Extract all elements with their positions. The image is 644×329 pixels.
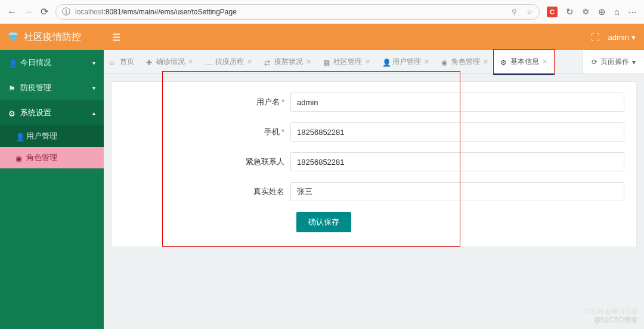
save-button[interactable]: 确认保存 bbox=[296, 212, 351, 232]
chevron-up-icon: ▴ bbox=[92, 110, 95, 116]
label-emergency: 紧急联系人 bbox=[112, 156, 290, 167]
favorites-bar-icon[interactable]: ✡ bbox=[582, 7, 590, 17]
user-icon: 👤 bbox=[16, 133, 23, 140]
close-icon[interactable]: ✕ bbox=[483, 58, 488, 66]
tab-0[interactable]: ⌂首页 bbox=[104, 50, 140, 73]
tab-7[interactable]: ⚙基本信息✕ bbox=[494, 50, 553, 73]
chevron-down-icon: ▾ bbox=[92, 60, 95, 66]
sidebar: 社区疫情防控 👤今日情况▾⚑防疫管理▾⚙系统设置▴👤用户管理◉角色管理 bbox=[0, 24, 104, 329]
close-icon[interactable]: ✕ bbox=[306, 58, 311, 66]
emergency-field[interactable] bbox=[290, 152, 624, 171]
chevron-down-icon: ▾ bbox=[631, 33, 636, 42]
sidebar-subitem-1[interactable]: ◉角色管理 bbox=[0, 147, 104, 168]
building-icon: ▦ bbox=[323, 59, 330, 66]
favorite-icon[interactable]: ☆ bbox=[527, 8, 533, 16]
watermark: @51CTO博客 bbox=[593, 315, 638, 325]
sidebar-menu: 👤今日情况▾⚑防疫管理▾⚙系统设置▴👤用户管理◉角色管理 bbox=[0, 50, 104, 329]
label-realname: 真实姓名 bbox=[112, 186, 290, 197]
gears-icon: ⚙ bbox=[500, 59, 507, 66]
form-panel: 用户名*手机*紧急联系人真实姓名确认保存 bbox=[111, 81, 637, 247]
username-field[interactable] bbox=[290, 93, 624, 112]
form-row-phone: 手机* bbox=[112, 122, 636, 142]
tab-1[interactable]: ✚确诊情况✕ bbox=[140, 50, 199, 73]
phone-field[interactable] bbox=[290, 122, 624, 142]
user-dropdown[interactable]: admin ▾ bbox=[608, 33, 636, 42]
app-title: 社区疫情防控 bbox=[24, 31, 81, 44]
content-area: 用户名*手机*紧急联系人真实姓名确认保存 bbox=[104, 74, 644, 254]
collections-icon[interactable]: ⊕ bbox=[598, 7, 606, 17]
url-text: localhost:8081/ems/main#/ems/user/toSett… bbox=[75, 8, 237, 16]
site-info-icon[interactable]: ⓘ bbox=[62, 7, 70, 17]
reader-icon[interactable]: ⚲ bbox=[512, 8, 517, 16]
top-bar: ☰ ⛶ admin ▾ bbox=[104, 24, 644, 50]
extension-c-icon[interactable]: C bbox=[547, 7, 558, 17]
close-icon[interactable]: ✕ bbox=[247, 58, 252, 66]
flag-icon: ⚑ bbox=[8, 84, 16, 91]
close-icon[interactable]: ✕ bbox=[188, 58, 193, 66]
tab-5[interactable]: 👤用户管理✕ bbox=[376, 50, 435, 73]
csdn-watermark: CSDN @每日小新 bbox=[585, 307, 638, 316]
tab-2[interactable]: …抗疫历程✕ bbox=[199, 50, 258, 73]
form-row-realname: 真实姓名 bbox=[112, 182, 636, 201]
extension-house-icon[interactable]: ⌂ bbox=[614, 7, 620, 17]
vial-icon: ⇄ bbox=[264, 59, 271, 66]
chevron-down-icon: ▾ bbox=[632, 58, 636, 66]
chevron-down-icon: ▾ bbox=[92, 85, 95, 91]
close-icon[interactable]: ✕ bbox=[424, 58, 429, 66]
sidebar-subitem-0[interactable]: 👤用户管理 bbox=[0, 125, 104, 147]
fullscreen-icon[interactable]: ⛶ bbox=[591, 32, 600, 42]
form-row-emergency: 紧急联系人 bbox=[112, 152, 636, 171]
browser-extensions: C ↻ ✡ ⊕ ⌂ ⋯ bbox=[547, 7, 637, 17]
realname-field[interactable] bbox=[290, 182, 624, 201]
close-icon[interactable]: ✕ bbox=[365, 58, 370, 66]
form-row-username: 用户名* bbox=[112, 93, 636, 112]
sidebar-toggle-icon[interactable]: ☰ bbox=[112, 32, 120, 43]
sidebar-item-1[interactable]: ⚑防疫管理▾ bbox=[0, 75, 104, 100]
sidebar-item-2[interactable]: ⚙系统设置▴ bbox=[0, 100, 104, 125]
browser-toolbar: ← → ⟳ ⓘ localhost:8081/ems/main#/ems/use… bbox=[0, 0, 644, 24]
browser-back-button[interactable]: ← bbox=[7, 7, 17, 17]
home-icon: ⌂ bbox=[110, 59, 117, 66]
address-bar[interactable]: ⓘ localhost:8081/ems/main#/ems/user/toSe… bbox=[55, 4, 540, 20]
medkit-icon: ✚ bbox=[146, 59, 153, 66]
dashboard-icon: ◉ bbox=[16, 154, 23, 161]
browser-forward-button[interactable]: → bbox=[24, 7, 33, 17]
user-icon: 👤 bbox=[8, 59, 16, 66]
user-icon: 👤 bbox=[382, 59, 389, 66]
browser-refresh-button[interactable]: ⟳ bbox=[41, 6, 48, 17]
page-operations-dropdown[interactable]: ⟳ 页面操作 ▾ bbox=[583, 50, 644, 73]
sidebar-item-0[interactable]: 👤今日情况▾ bbox=[0, 50, 104, 75]
label-phone: 手机* bbox=[112, 127, 290, 137]
close-icon[interactable]: ✕ bbox=[542, 58, 547, 66]
gears-icon: ⚙ bbox=[8, 109, 16, 116]
tab-3[interactable]: ⇄疫苗状况✕ bbox=[258, 50, 317, 73]
refresh-icon: ⟳ bbox=[592, 58, 597, 66]
tab-6[interactable]: ◉角色管理✕ bbox=[435, 50, 494, 73]
app-logo[interactable]: 社区疫情防控 bbox=[0, 24, 104, 50]
main-area: ☰ ⛶ admin ▾ ⌂首页✚确诊情况✕…抗疫历程✕⇄疫苗状况✕▦社区管理✕👤… bbox=[104, 24, 644, 329]
tab-4[interactable]: ▦社区管理✕ bbox=[317, 50, 376, 73]
route-icon: … bbox=[205, 59, 212, 66]
tab-bar: ⌂首页✚确诊情况✕…抗疫历程✕⇄疫苗状况✕▦社区管理✕👤用户管理✕◉角色管理✕⚙… bbox=[104, 50, 644, 74]
diamond-icon bbox=[7, 31, 19, 43]
extension-history-icon[interactable]: ↻ bbox=[566, 7, 574, 17]
dashboard-icon: ◉ bbox=[441, 59, 448, 66]
browser-menu-icon[interactable]: ⋯ bbox=[628, 7, 637, 17]
label-username: 用户名* bbox=[112, 97, 290, 107]
